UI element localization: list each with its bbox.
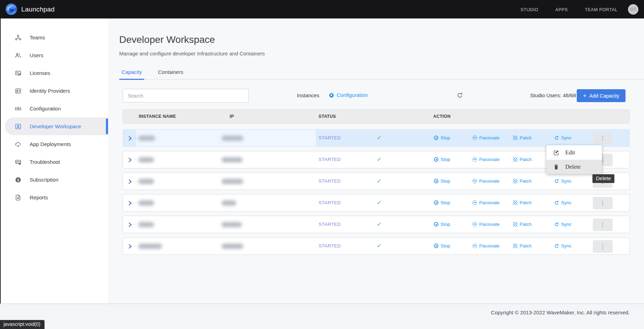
sidebar-item-identity-providers[interactable]: Identity Providers bbox=[0, 82, 108, 100]
patch-action-link[interactable]: Patch bbox=[513, 222, 532, 227]
patch-action-link[interactable]: Patch bbox=[513, 157, 532, 162]
passivate-action-link[interactable]: Passivate bbox=[473, 200, 500, 205]
sync-action-link[interactable]: Sync bbox=[554, 178, 572, 184]
stop-icon bbox=[434, 222, 438, 227]
table-row[interactable]: ..STARTED✓ Stop Passivate Patch Sync⋮ bbox=[123, 216, 630, 233]
sidebar-item-configuration[interactable]: Configuration bbox=[0, 100, 108, 117]
nav-link-team-portal[interactable]: TEAM PORTAL bbox=[585, 7, 618, 12]
user-avatar[interactable]: GT bbox=[628, 4, 638, 15]
expand-chevron-icon[interactable] bbox=[128, 222, 132, 227]
configuration-label: Configuration bbox=[337, 92, 368, 98]
search-input[interactable] bbox=[123, 89, 249, 102]
add-capacity-label: Add Capacity bbox=[589, 93, 619, 99]
status-badge: STARTED bbox=[319, 157, 341, 162]
table-row[interactable]: ..STARTED✓ Stop Passivate Patch Sync⋮ bbox=[123, 237, 630, 255]
expand-chevron-icon[interactable] bbox=[128, 158, 132, 162]
row-menu-kebab-icon[interactable]: ⋮ bbox=[593, 132, 613, 145]
row-menu-kebab-icon[interactable]: ⋮ bbox=[593, 219, 613, 231]
tab-capacity[interactable]: Capacity bbox=[122, 69, 142, 79]
passivate-action-link[interactable]: Passivate bbox=[473, 178, 500, 184]
table-row[interactable]: ..STARTED✓ Stop Passivate Patch Sync⋮ bbox=[123, 194, 630, 212]
sidebar-item-label: Teams bbox=[30, 35, 45, 40]
expand-chevron-icon[interactable] bbox=[128, 201, 132, 206]
stop-action-link[interactable]: Stop bbox=[434, 200, 450, 205]
column-header-action: ACTION bbox=[433, 114, 451, 119]
status-badge: STARTED bbox=[319, 243, 341, 248]
status-badge: STARTED bbox=[319, 135, 341, 140]
action-label: Stop bbox=[440, 222, 450, 227]
sidebar-item-troubleshoot[interactable]: Troubleshoot bbox=[0, 153, 108, 171]
sync-action-link[interactable]: Sync bbox=[554, 135, 572, 140]
sidebar-item-users[interactable]: Users bbox=[0, 46, 108, 64]
instances-label: Instances bbox=[297, 92, 319, 98]
redacted-ip bbox=[222, 222, 242, 227]
sidebar-item-app-deployments[interactable]: App Deployments bbox=[0, 135, 108, 153]
studio-users-count: Studio Users: 46/68 bbox=[530, 92, 576, 98]
passivate-action-link[interactable]: Passivate bbox=[473, 243, 500, 248]
sidebar-item-reports[interactable]: Reports bbox=[0, 189, 108, 206]
column-header-ip: IP bbox=[230, 114, 234, 119]
sync-action-link[interactable]: Sync bbox=[554, 222, 572, 227]
passivate-action-link[interactable]: Passivate bbox=[473, 157, 500, 162]
expand-chevron-icon[interactable] bbox=[128, 179, 132, 184]
passivate-action-link[interactable]: Passivate bbox=[473, 135, 500, 140]
table-row[interactable]: ..STARTED✓ Stop Passivate Patch Sync⋮ bbox=[123, 129, 630, 147]
action-label: Patch bbox=[520, 157, 532, 162]
sidebar: Teams Users Licenses Identity Providers … bbox=[0, 18, 108, 304]
expand-chevron-icon[interactable] bbox=[128, 244, 132, 249]
stop-action-link[interactable]: Stop bbox=[434, 157, 450, 162]
action-label: Sync bbox=[561, 222, 572, 227]
sidebar-item-developer-workspace[interactable]: Developer Workspace bbox=[5, 117, 108, 135]
stop-action-link[interactable]: Stop bbox=[434, 178, 450, 184]
sidebar-item-subscription[interactable]: $ Subscription bbox=[0, 171, 108, 189]
stop-icon bbox=[434, 200, 438, 205]
navbar-right: STUDIOAPPSTEAM PORTAL GT bbox=[504, 4, 644, 15]
row-menu-kebab-icon[interactable]: ⋮ bbox=[593, 197, 613, 209]
refresh-icon[interactable] bbox=[457, 92, 464, 100]
add-capacity-button[interactable]: + Add Capacity bbox=[577, 89, 626, 102]
menu-item-edit[interactable]: Edit bbox=[546, 145, 602, 160]
action-label: Patch bbox=[520, 200, 532, 205]
sync-action-link[interactable]: Sync bbox=[554, 243, 572, 248]
patch-action-link[interactable]: Patch bbox=[513, 200, 532, 205]
users-icon bbox=[15, 52, 22, 59]
patch-action-link[interactable]: Patch bbox=[513, 243, 532, 248]
nav-link-apps[interactable]: APPS bbox=[555, 7, 568, 12]
subscription-icon: $ bbox=[15, 176, 22, 183]
configuration-link[interactable]: Configuration bbox=[329, 92, 368, 98]
column-header-instance-name: INSTANCE NAME bbox=[139, 114, 176, 119]
sync-action-link[interactable]: Sync bbox=[554, 200, 572, 205]
app-deployments-icon bbox=[15, 141, 22, 148]
sidebar-item-label: Licenses bbox=[30, 70, 50, 76]
action-label: Passivate bbox=[479, 178, 500, 184]
nav-link-studio[interactable]: STUDIO bbox=[521, 7, 538, 12]
status-check-icon: ✓ bbox=[377, 242, 382, 250]
developer-workspace-icon bbox=[15, 123, 22, 130]
patch-icon bbox=[513, 179, 518, 183]
patch-action-link[interactable]: Patch bbox=[513, 178, 532, 184]
stop-action-link[interactable]: Stop bbox=[434, 222, 450, 227]
gear-icon bbox=[329, 92, 334, 98]
menu-item-delete[interactable]: Delete bbox=[546, 160, 602, 174]
passivate-action-link[interactable]: Passivate bbox=[473, 222, 500, 227]
action-label: Sync bbox=[561, 243, 572, 248]
row-context-menu: Edit Delete bbox=[546, 145, 602, 174]
sidebar-item-licenses[interactable]: Licenses bbox=[0, 64, 108, 82]
table-row[interactable]: ..STARTED✓ Stop Passivate Patch Sync⋮ bbox=[123, 173, 630, 190]
sidebar-item-teams[interactable]: Teams bbox=[0, 29, 108, 46]
tab-containers[interactable]: Containers bbox=[158, 69, 183, 79]
redacted-instance-name bbox=[138, 136, 155, 141]
stop-action-link[interactable]: Stop bbox=[434, 135, 450, 140]
action-label: Patch bbox=[520, 243, 532, 248]
patch-action-link[interactable]: Patch bbox=[513, 135, 532, 140]
status-check-icon: ✓ bbox=[377, 199, 382, 206]
row-menu-kebab-icon[interactable]: ⋮ bbox=[593, 240, 613, 253]
brand[interactable]: Launchpad bbox=[5, 3, 55, 16]
redacted-instance-name bbox=[138, 157, 154, 162]
column-header-status: STATUS bbox=[319, 114, 336, 119]
svg-text:$: $ bbox=[17, 177, 19, 182]
stop-action-link[interactable]: Stop bbox=[434, 243, 450, 248]
expand-chevron-icon[interactable] bbox=[128, 136, 132, 141]
sync-icon bbox=[554, 136, 559, 140]
status-badge: STARTED bbox=[319, 178, 341, 184]
